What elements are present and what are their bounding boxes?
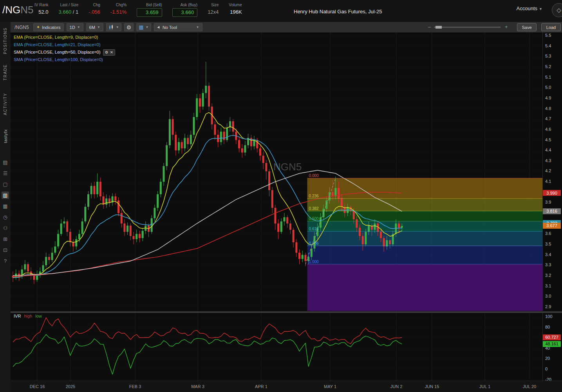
grid-layout-icon: ▦ (139, 24, 143, 30)
price-axis-label: 4.3 (545, 158, 551, 163)
zoom-in-button[interactable]: + (505, 24, 508, 30)
layout-grid-dropdown[interactable]: ▦▼ (136, 23, 151, 31)
ivr-low-label: low (35, 314, 42, 318)
close-icon[interactable]: ✕ (110, 49, 113, 56)
drawing-tool-dropdown[interactable]: ➤ No Tool ▼ (154, 23, 202, 31)
load-button[interactable]: Load (541, 23, 561, 31)
time-axis-label: 2025 (59, 384, 82, 389)
sidebar-tabs: POSITIONSTRADEACTIVITYtastyfx (0, 22, 11, 143)
accounts-menu[interactable]: Accounts▼ (517, 5, 542, 11)
zoom-slider[interactable] (434, 27, 501, 28)
time-axis[interactable]: DEC 162025FEB 3MAR 3APR 1MAY 1JUN 2JUN 1… (11, 381, 562, 392)
left-sidebar: POSITIONSTRADEACTIVITYtastyfx ▤☰▢▥▦◷⚇⊞⊡? (0, 22, 11, 392)
chart-type-dropdown[interactable]: ▼ (106, 23, 121, 31)
widgets-icon[interactable]: ⊞ (2, 235, 9, 243)
quote-field-value[interactable]: 3.659 (137, 8, 162, 17)
quote-field-value[interactable]: 3.660 (172, 8, 198, 17)
ivr-panel-svg[interactable] (11, 313, 542, 381)
timeframe-dropdown[interactable]: 1D▼ (67, 23, 83, 31)
ivr-axis-label: 20 (545, 356, 550, 361)
sidebar-icons: ▤☰▢▥▦◷⚇⊞⊡? (0, 159, 11, 265)
gear-icon: ⚙ (126, 24, 132, 31)
tool-label: No Tool (163, 25, 177, 30)
ivr-badge-60.727: 60.727 (543, 334, 561, 340)
time-axis-label: JUL 1 (473, 384, 497, 389)
price-axis-label: 3.9 (545, 200, 551, 204)
indicators-button[interactable]: ✦ Indicators (33, 23, 64, 31)
quote-field: IV Rank52.0 (34, 2, 49, 17)
save-button[interactable]: Save (517, 23, 537, 31)
help-icon[interactable]: ? (2, 257, 9, 265)
sidebar-item-positions[interactable]: POSITIONS (3, 27, 7, 54)
quote-field-label: Chg (93, 2, 100, 8)
price-axis-label: 3.1 (545, 284, 551, 288)
ivr-badge-48.161: 48.161 (543, 341, 561, 347)
quote-field: Chg%-1.51% (110, 2, 126, 17)
indicators-label: Indicators (42, 25, 61, 30)
price-axis-label: 3.6 (545, 231, 551, 236)
quote-field-label: Volume (229, 2, 242, 8)
svg-text:0.382: 0.382 (309, 206, 319, 211)
ivr-axis-label: 100 (545, 314, 552, 319)
symbol-contract: N5 (20, 4, 33, 16)
watchlist-icon[interactable]: ☰ (2, 170, 9, 177)
range-dropdown[interactable]: 6M▼ (86, 23, 103, 31)
legend-item-ema9[interactable]: EMA (Price=CLOSE, Length=9, Displace=0) (14, 34, 115, 41)
curve-analysis-icon[interactable]: ▢ (2, 181, 9, 188)
follow-feed-icon[interactable]: ⚇ (2, 224, 9, 232)
fx-board-icon[interactable]: ⊡ (2, 246, 9, 254)
price-axis-label: 4.6 (545, 127, 551, 132)
quote-fields: IV Rank52.0Last / Size3.660 / 1Chg-.056C… (34, 2, 242, 17)
chevron-down-icon: ▼ (116, 25, 119, 29)
main-price-chart[interactable]: EMA (Price=CLOSE, Length=9, Displace=0)E… (11, 33, 542, 311)
price-badge-3.677: 3.677 (543, 223, 561, 229)
price-axis-label: 3.4 (545, 252, 551, 257)
chart-settings-button[interactable]: ⚙ (124, 23, 134, 31)
quote-field: Ask (Buy)3.660 (172, 2, 198, 17)
candlestick-icon (108, 25, 114, 30)
zoom-out-button[interactable]: – (428, 24, 431, 30)
price-axis-label: 2.9 (545, 304, 551, 309)
svg-text:0.786: 0.786 (309, 241, 319, 246)
chevron-down-icon: ▼ (146, 25, 149, 29)
price-axis-label: 4.5 (545, 137, 551, 142)
instrument-name: Henry Hub Natural Gas Futures, Jul-25 (294, 9, 382, 14)
price-axis-label: 4.9 (545, 96, 551, 100)
time-axis-label: MAY 1 (318, 384, 342, 389)
legend-item-sma100[interactable]: SMA (Price=CLOSE, Length=100, Displace=0… (14, 56, 115, 63)
chart-icon[interactable]: ▥ (2, 191, 9, 199)
sidebar-item-tastyfx[interactable]: tastyfx (3, 129, 8, 143)
toolbar-left-group: /NGN5 ✦ Indicators 1D▼ 6M▼ ▼ ⚙ ▦▼ ➤ No T… (14, 22, 202, 33)
indicators-icon: ✦ (36, 25, 40, 30)
toolbar-symbol: /NGN5 (14, 25, 29, 30)
price-axis-label: 5.3 (545, 54, 551, 58)
timeframe-value: 1D (70, 25, 75, 30)
gear-icon[interactable]: ⚙ (105, 49, 108, 56)
sidebar-item-activity[interactable]: ACTIVITY (3, 93, 7, 115)
time-axis-label: JUL 20 (518, 384, 541, 389)
cursor-icon: ➤ (156, 25, 161, 29)
legend-item-sma50[interactable]: SMA (Price=CLOSE, Length=50, Displace=0)… (14, 49, 115, 56)
history-icon[interactable]: ◷ (2, 213, 9, 221)
quote-field-value: 12x4 (208, 9, 219, 16)
accounts-label: Accounts (517, 5, 537, 11)
price-axis-label: 3.5 (545, 242, 551, 246)
legend-item-ema21[interactable]: EMA (Price=CLOSE, Length=21, Displace=0) (14, 41, 115, 49)
quote-field-label: Chg% (116, 2, 126, 8)
zoom-slider-handle[interactable] (436, 26, 442, 29)
price-axis[interactable]: 5.55.45.35.25.15.04.94.84.74.64.54.44.34… (542, 33, 562, 311)
ivr-panel[interactable]: IVR high low (11, 313, 542, 381)
quote-field-value: 52.0 (38, 9, 48, 16)
main-chart-svg[interactable]: NGN50.0000.2360.3820.5000.6180.7861.000 (11, 33, 542, 311)
avatar-glyph: ◇ (557, 7, 561, 14)
news-icon[interactable]: ▤ (2, 159, 9, 166)
quote-field-suffix: / 1 (71, 9, 78, 15)
sidebar-item-trade[interactable]: TRADE (3, 64, 7, 80)
chevron-down-icon: ▼ (97, 25, 100, 29)
account-avatar-icon[interactable]: ◇ (552, 3, 562, 17)
grid-icon[interactable]: ▦ (2, 202, 9, 210)
legend-text: SMA (Price=CLOSE, Length=50, Displace=0) (14, 49, 101, 56)
price-badge-3.816: 3.816 (543, 208, 561, 214)
price-axis-label: 3.2 (545, 273, 551, 278)
ivr-legend: IVR high low (14, 314, 42, 318)
